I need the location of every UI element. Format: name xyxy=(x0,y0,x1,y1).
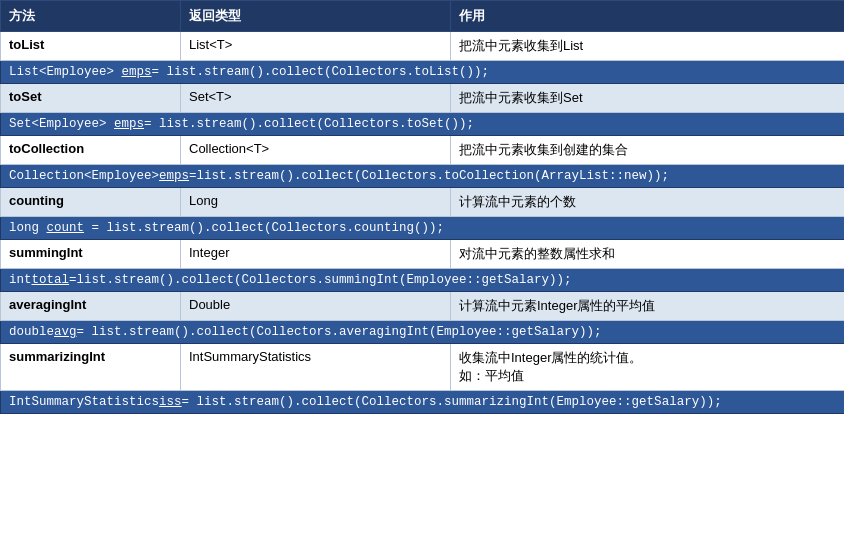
code-cell: doubleavg= list.stream().collect(Collect… xyxy=(1,321,845,344)
underline-var: emps xyxy=(122,65,152,79)
return-type-cell: Collection<T> xyxy=(181,136,451,165)
code-cell: List<Employee> emps= list.stream().colle… xyxy=(1,61,845,84)
method-cell: counting xyxy=(1,188,181,217)
table-row: summingIntInteger对流中元素的整数属性求和 xyxy=(1,240,845,269)
code-row: inttotal=list.stream().collect(Collector… xyxy=(1,269,845,292)
return-type-cell: IntSummaryStatistics xyxy=(181,344,451,391)
method-cell: averagingInt xyxy=(1,292,181,321)
return-type-cell: Set<T> xyxy=(181,84,451,113)
underline-var: iss xyxy=(159,395,182,409)
underline-var: emps xyxy=(159,169,189,183)
table-header-row: 方法 返回类型 作用 xyxy=(1,1,845,32)
table-row: summarizingIntIntSummaryStatistics收集流中In… xyxy=(1,344,845,391)
return-type-cell: List<T> xyxy=(181,32,451,61)
underline-var: emps xyxy=(114,117,144,131)
desc-cell: 收集流中Integer属性的统计值。 如：平均值 xyxy=(451,344,845,391)
desc-cell: 对流中元素的整数属性求和 xyxy=(451,240,845,269)
code-row: doubleavg= list.stream().collect(Collect… xyxy=(1,321,845,344)
main-table-container: 方法 返回类型 作用 toListList<T>把流中元素收集到ListList… xyxy=(0,0,844,414)
table-row: toSetSet<T>把流中元素收集到Set xyxy=(1,84,845,113)
code-cell: IntSummaryStatisticsiss= list.stream().c… xyxy=(1,391,845,414)
code-row: long count = list.stream().collect(Colle… xyxy=(1,217,845,240)
code-row: Set<Employee> emps= list.stream().collec… xyxy=(1,113,845,136)
code-row: List<Employee> emps= list.stream().colle… xyxy=(1,61,845,84)
return-type-cell: Double xyxy=(181,292,451,321)
underline-var: total xyxy=(32,273,70,287)
code-cell: Collection<Employee>emps=list.stream().c… xyxy=(1,165,845,188)
desc-cell: 把流中元素收集到List xyxy=(451,32,845,61)
table-row: toCollectionCollection<T>把流中元素收集到创建的集合 xyxy=(1,136,845,165)
code-row: IntSummaryStatisticsiss= list.stream().c… xyxy=(1,391,845,414)
return-type-cell: Long xyxy=(181,188,451,217)
table-row: averagingIntDouble计算流中元素Integer属性的平均值 xyxy=(1,292,845,321)
code-cell: inttotal=list.stream().collect(Collector… xyxy=(1,269,845,292)
code-cell: long count = list.stream().collect(Colle… xyxy=(1,217,845,240)
method-cell: toCollection xyxy=(1,136,181,165)
data-table: 方法 返回类型 作用 toListList<T>把流中元素收集到ListList… xyxy=(0,0,844,414)
method-cell: summarizingInt xyxy=(1,344,181,391)
code-cell: Set<Employee> emps= list.stream().collec… xyxy=(1,113,845,136)
header-return: 返回类型 xyxy=(181,1,451,32)
desc-cell: 计算流中元素的个数 xyxy=(451,188,845,217)
table-row: toListList<T>把流中元素收集到List xyxy=(1,32,845,61)
table-row: countingLong计算流中元素的个数 xyxy=(1,188,845,217)
method-cell: toList xyxy=(1,32,181,61)
header-desc: 作用 xyxy=(451,1,845,32)
return-type-cell: Integer xyxy=(181,240,451,269)
desc-cell: 把流中元素收集到创建的集合 xyxy=(451,136,845,165)
desc-cell: 计算流中元素Integer属性的平均值 xyxy=(451,292,845,321)
method-cell: toSet xyxy=(1,84,181,113)
header-method: 方法 xyxy=(1,1,181,32)
underline-var: count xyxy=(47,221,85,235)
code-row: Collection<Employee>emps=list.stream().c… xyxy=(1,165,845,188)
desc-cell: 把流中元素收集到Set xyxy=(451,84,845,113)
underline-var: avg xyxy=(54,325,77,339)
method-cell: summingInt xyxy=(1,240,181,269)
